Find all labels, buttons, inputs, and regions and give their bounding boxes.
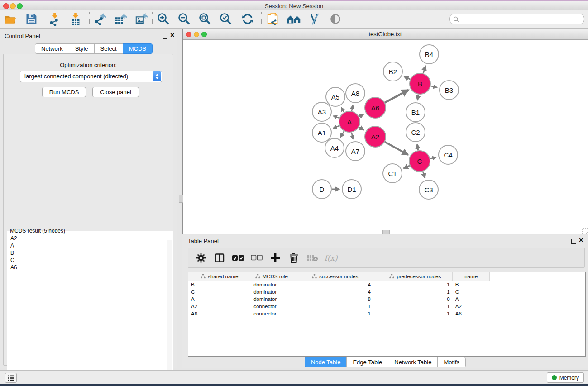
table-panel-close-icon[interactable]: × [579, 236, 583, 244]
cell-name[interactable]: B [453, 281, 490, 289]
graph-edge-A6-B[interactable] [385, 90, 408, 103]
graph-node-D1[interactable]: D1 [342, 180, 361, 199]
cell-MCDS-role[interactable]: connector [251, 303, 292, 310]
control-panel-float-icon[interactable] [163, 34, 167, 39]
graph-edge-A-A8[interactable] [352, 105, 353, 111]
graph-node-C1[interactable]: C1 [383, 164, 402, 183]
export-network-icon[interactable] [92, 11, 108, 27]
window-resize-grip[interactable] [582, 228, 588, 234]
mcds-result-item[interactable]: A2 [10, 235, 173, 242]
app-titlebar[interactable]: Session: New Session [0, 1, 588, 10]
save-session-icon[interactable] [24, 11, 39, 27]
graph-node-A5[interactable]: A5 [326, 87, 345, 106]
network-document-icon[interactable] [265, 11, 281, 27]
tab-network-table[interactable]: Network Table [388, 357, 438, 367]
cell-predecessor-nodes[interactable]: 1 [378, 288, 453, 295]
run-mcds-button[interactable]: Run MCDS [42, 87, 86, 97]
columns-icon[interactable] [213, 252, 226, 264]
open-session-icon[interactable] [3, 11, 18, 27]
graph-edge-A2-C[interactable] [385, 142, 408, 155]
graph-node-A4[interactable]: A4 [325, 138, 344, 157]
cell-shared-name[interactable]: A [188, 295, 251, 303]
horizontal-scrollbar-handle[interactable] [382, 230, 390, 234]
cell-successor-nodes[interactable]: 4 [292, 288, 378, 295]
cell-MCDS-role[interactable]: dominator [251, 281, 292, 289]
graph-edge-B-B2[interactable] [404, 76, 410, 79]
tab-node-table[interactable]: Node Table [305, 357, 347, 367]
cell-name[interactable]: A [453, 295, 490, 303]
graph-edge-C-C2[interactable] [417, 144, 418, 150]
graph-edge-C-C1[interactable] [404, 166, 410, 168]
graph-node-C2[interactable]: C2 [406, 123, 425, 142]
graph-node-A8[interactable]: A8 [346, 84, 365, 103]
column-header-successor-nodes[interactable]: successor nodes [292, 272, 378, 281]
graph-edge-B-B3[interactable] [430, 86, 437, 87]
graph-edge-B-B4[interactable] [423, 66, 425, 73]
settings-gear-icon[interactable] [195, 252, 207, 264]
import-network-icon[interactable] [47, 11, 62, 27]
graph-edge-A-A3[interactable] [333, 116, 339, 118]
graph-node-A[interactable]: A [339, 111, 360, 132]
export-table-icon[interactable] [113, 11, 129, 27]
show-hide-icon[interactable] [328, 11, 343, 27]
criterion-select[interactable]: largest connected component (directed) [20, 71, 162, 82]
graph-edge-C-C4[interactable] [430, 157, 436, 159]
graph-edge-A-A7[interactable] [352, 133, 353, 139]
graph-node-A2[interactable]: A2 [365, 126, 386, 147]
graph-node-B4[interactable]: B4 [420, 45, 439, 64]
cell-shared-name[interactable]: A2 [188, 303, 251, 310]
cell-successor-nodes[interactable]: 1 [292, 303, 378, 310]
vertical-scrollbar-handle[interactable] [179, 195, 183, 203]
memory-button[interactable]: Memory [547, 372, 584, 383]
tab-mcds[interactable]: MCDS [123, 43, 153, 54]
table-row[interactable]: A2connector11A2 [188, 303, 585, 310]
mcds-result-item[interactable]: A [10, 242, 173, 249]
graph-edge-A-A4[interactable] [340, 131, 344, 138]
cell-shared-name[interactable]: C [188, 288, 251, 295]
zoom-fit-icon[interactable] [197, 11, 213, 27]
graph-node-A1[interactable]: A1 [312, 123, 331, 142]
import-table-icon[interactable] [68, 11, 83, 27]
mcds-result-item[interactable]: A6 [10, 264, 173, 271]
column-header-MCDS-role[interactable]: MCDS role [251, 272, 292, 281]
graph-node-B[interactable]: B [410, 73, 430, 94]
graph-edge-A-A1[interactable] [333, 126, 339, 128]
mcds-result-item[interactable]: B [10, 249, 173, 257]
zoom-selected-icon[interactable] [218, 11, 234, 27]
table-row[interactable]: Bdominator41B [188, 281, 585, 289]
result-scrollbar[interactable] [167, 240, 172, 385]
delete-row-icon[interactable] [287, 252, 300, 264]
graph-edge-C-C3[interactable] [423, 172, 425, 178]
graph-node-B1[interactable]: B1 [406, 103, 425, 122]
cell-predecessor-nodes[interactable]: 1 [378, 303, 453, 310]
graph-node-C[interactable]: C [409, 151, 430, 172]
cell-name[interactable]: C [453, 288, 490, 295]
zoom-out-icon[interactable] [177, 11, 192, 27]
cell-MCDS-role[interactable]: connector [251, 310, 292, 317]
cell-name[interactable]: A6 [453, 310, 490, 317]
close-panel-button[interactable]: Close panel [92, 87, 139, 97]
cell-shared-name[interactable]: B [188, 281, 251, 289]
graph-edge-B-B1[interactable] [417, 95, 418, 100]
table-panel-float-icon[interactable] [571, 239, 576, 244]
task-history-button[interactable] [5, 373, 17, 383]
graph-node-B2[interactable]: B2 [383, 62, 402, 81]
select-all-icon[interactable] [232, 252, 244, 264]
refresh-icon[interactable] [240, 11, 255, 27]
control-panel-close-icon[interactable]: × [170, 31, 174, 39]
column-header-shared-name[interactable]: shared name [188, 272, 251, 281]
cell-successor-nodes[interactable]: 1 [292, 310, 378, 317]
table-row[interactable]: Adominator80A [188, 295, 585, 303]
graph-edge-A-A5[interactable] [341, 108, 344, 113]
graph-edge-A-A6[interactable] [359, 114, 363, 117]
column-header-name[interactable]: name [453, 272, 490, 281]
zoom-in-icon[interactable] [156, 11, 171, 27]
cell-shared-name[interactable]: A6 [188, 310, 251, 317]
table-row[interactable]: Cdominator41C [188, 288, 585, 295]
cell-MCDS-role[interactable]: dominator [251, 295, 292, 303]
graph-node-D[interactable]: D [312, 180, 331, 199]
cell-predecessor-nodes[interactable]: 0 [378, 295, 453, 303]
tab-edge-table[interactable]: Edge Table [346, 357, 388, 367]
tab-select[interactable]: Select [94, 43, 123, 54]
graph-node-B3[interactable]: B3 [440, 81, 459, 100]
